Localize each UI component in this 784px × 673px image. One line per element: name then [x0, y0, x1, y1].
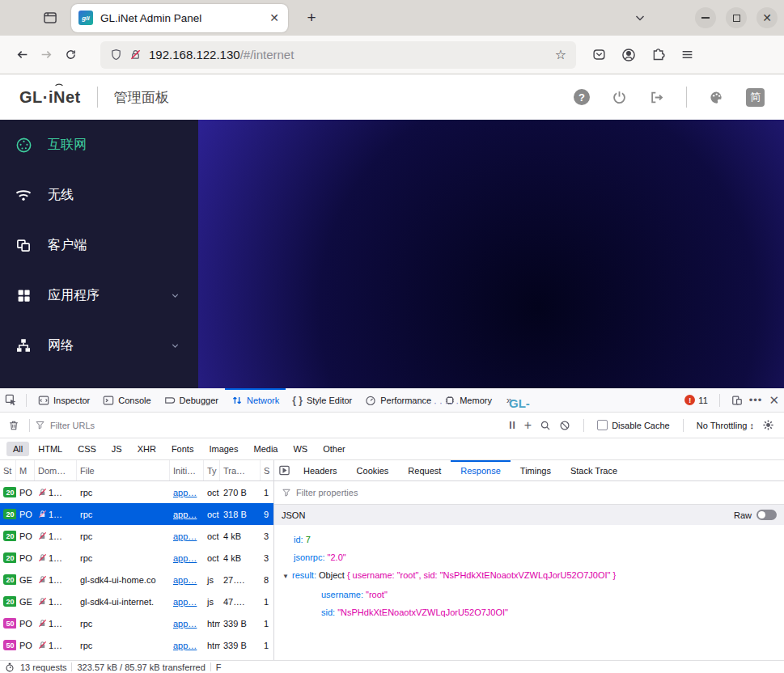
- size-cell: 1: [261, 597, 269, 607]
- type-filter-all[interactable]: All: [6, 442, 29, 456]
- block-icon[interactable]: [559, 420, 570, 431]
- type-filter-html[interactable]: HTML: [32, 442, 69, 456]
- disable-cache-control[interactable]: Disable Cache: [597, 420, 670, 430]
- table-row[interactable]: 20 GE 1… gl-sdk4-ui-internet. app… js 47…: [0, 590, 273, 612]
- type-filter-other[interactable]: Other: [316, 442, 352, 456]
- filter-urls-input[interactable]: Filter URLs: [50, 421, 95, 430]
- clear-requests-trash-icon[interactable]: [3, 413, 24, 438]
- sidebar-item-network[interactable]: 网络: [0, 320, 198, 370]
- insecure-lock-icon[interactable]: [129, 49, 142, 61]
- stream-play-icon[interactable]: [278, 464, 290, 476]
- shield-icon[interactable]: [110, 49, 122, 61]
- table-row[interactable]: 50 PO 1… rpc app… htm 339 B 1: [0, 612, 273, 634]
- tab-console[interactable]: Console: [96, 388, 157, 412]
- col-initiator[interactable]: Initi…: [170, 460, 204, 480]
- devtools-menu-icon[interactable]: •••: [749, 394, 763, 406]
- table-row[interactable]: 20 PO 1… rpc app… oct 4 kB 3: [0, 547, 273, 569]
- type-filter-ws[interactable]: WS: [286, 442, 314, 456]
- col-file[interactable]: File: [77, 460, 170, 480]
- tab-debugger[interactable]: Debugger: [158, 388, 225, 412]
- sidebar-item-clients[interactable]: 客户端: [0, 220, 198, 270]
- tab-headers[interactable]: Headers: [294, 460, 347, 480]
- language-badge[interactable]: 简: [746, 88, 765, 107]
- table-row[interactable]: 20 PO 1… rpc app… oct 270 B 1: [0, 481, 273, 503]
- table-row[interactable]: 20 PO 1… rpc app… oct 4 kB 3: [0, 525, 273, 547]
- col-type[interactable]: Ty: [204, 460, 220, 480]
- tab-close-icon[interactable]: ✕: [268, 11, 281, 24]
- status-badge: 20: [3, 552, 16, 563]
- devtools-close-icon[interactable]: ✕: [769, 393, 779, 408]
- tab-cookies[interactable]: Cookies: [347, 460, 399, 480]
- transferred-summary[interactable]: 323.57 kB / 85.97 kB transferred: [77, 662, 205, 672]
- raw-toggle[interactable]: [756, 510, 777, 520]
- back-button[interactable]: [10, 43, 34, 67]
- type-filter-fonts[interactable]: Fonts: [165, 442, 201, 456]
- tab-request[interactable]: Request: [398, 460, 451, 480]
- type-filter-css[interactable]: CSS: [71, 442, 103, 456]
- menu-hamburger-icon[interactable]: [680, 48, 694, 61]
- reboot-power-icon[interactable]: [612, 90, 627, 105]
- initiator-link[interactable]: app…: [173, 510, 197, 519]
- pocket-icon[interactable]: [592, 48, 606, 61]
- json-section-header[interactable]: JSON Raw: [274, 505, 784, 525]
- table-row-selected[interactable]: 20 PO 1… rpc app… oct 318 B 9: [0, 503, 273, 525]
- minimize-button[interactable]: [695, 7, 716, 28]
- forward-button[interactable]: [34, 43, 58, 67]
- tab-inspector[interactable]: Inspector: [32, 388, 96, 412]
- reload-button[interactable]: [58, 43, 83, 67]
- domain-cell: 1…: [35, 619, 77, 629]
- initiator-link[interactable]: app…: [173, 641, 197, 650]
- type-filter-xhr[interactable]: XHR: [131, 442, 163, 456]
- type-filter-js[interactable]: JS: [105, 442, 129, 456]
- extensions-puzzle-icon[interactable]: [651, 48, 665, 61]
- sidebar-item-applications[interactable]: 应用程序: [0, 270, 198, 320]
- initiator-link[interactable]: app…: [173, 597, 197, 607]
- pick-element-icon[interactable]: [0, 388, 21, 412]
- maximize-button[interactable]: [726, 7, 747, 28]
- tab-style-editor[interactable]: { } Style Editor: [286, 388, 358, 412]
- filter-properties-input[interactable]: Filter properties: [296, 488, 358, 497]
- type-filter-images[interactable]: Images: [202, 442, 244, 456]
- initiator-link[interactable]: app…: [173, 531, 197, 541]
- col-domain[interactable]: Dom…: [35, 460, 77, 480]
- network-settings-gear-icon[interactable]: [762, 419, 774, 431]
- col-method[interactable]: M: [16, 460, 35, 480]
- close-button[interactable]: ✕: [756, 7, 778, 28]
- table-row[interactable]: 20 GE 1… gl-sdk4-ui-home.co app… js 27….…: [0, 569, 273, 590]
- initiator-link[interactable]: app…: [173, 619, 197, 629]
- responsive-mode-icon[interactable]: [731, 395, 743, 406]
- logout-icon[interactable]: [649, 90, 664, 105]
- domain-cell: 1…: [35, 641, 77, 650]
- col-transferred[interactable]: Tra…: [220, 460, 261, 480]
- list-tabs-icon[interactable]: [634, 11, 646, 24]
- help-icon[interactable]: ?: [574, 89, 590, 105]
- throttling-select[interactable]: No Throttling ↕: [697, 421, 754, 430]
- error-count-badge[interactable]: ! 11: [684, 395, 707, 405]
- tab-response[interactable]: Response: [451, 460, 511, 480]
- new-tab-button[interactable]: +: [299, 9, 324, 27]
- tab-stack-trace[interactable]: Stack Trace: [561, 460, 627, 480]
- col-status[interactable]: St: [0, 460, 16, 480]
- account-icon[interactable]: [621, 48, 636, 62]
- tab-network[interactable]: Network: [225, 388, 286, 412]
- initiator-link[interactable]: app…: [173, 488, 197, 497]
- twisty-expanded-icon[interactable]: ▼: [282, 568, 292, 586]
- sidebar-item-wireless[interactable]: 无线: [0, 170, 198, 220]
- theme-palette-icon[interactable]: [709, 90, 724, 105]
- initiator-link[interactable]: app…: [173, 553, 197, 563]
- pause-icon[interactable]: II: [509, 420, 516, 431]
- col-size[interactable]: S: [261, 460, 273, 480]
- url-bar[interactable]: 192.168.122.130/#/internet ☆: [100, 41, 576, 69]
- new-request-icon[interactable]: +: [524, 418, 532, 433]
- sidebar-item-internet[interactable]: 互联网: [0, 120, 198, 170]
- search-icon[interactable]: [540, 420, 551, 431]
- type-filter-media[interactable]: Media: [247, 442, 284, 456]
- tab-timings[interactable]: Timings: [511, 460, 561, 480]
- request-count[interactable]: 13 requests: [20, 662, 66, 672]
- bookmark-star-icon[interactable]: ☆: [555, 47, 566, 62]
- browser-tab[interactable]: gli GL.iNet Admin Panel ✕: [71, 4, 288, 32]
- table-row[interactable]: 50 PO 1… rpc app… htm 339 B 1: [0, 634, 273, 656]
- firefox-view-icon[interactable]: [37, 5, 63, 31]
- disable-cache-checkbox[interactable]: [597, 420, 608, 430]
- initiator-link[interactable]: app…: [173, 575, 197, 585]
